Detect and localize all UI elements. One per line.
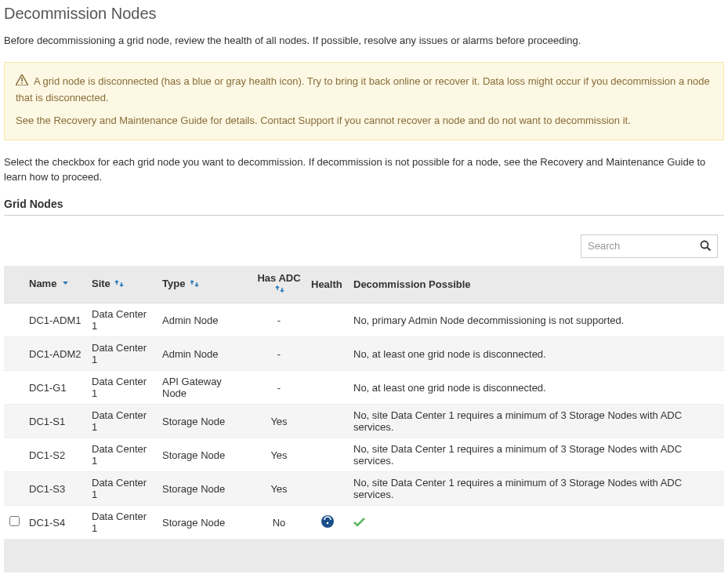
cell-decommission [349,506,724,540]
cell-type: Admin Node [158,303,252,337]
svg-line-3 [708,247,711,250]
cell-name: DC1-ADM2 [24,337,87,371]
instruction-text: Select the checkbox for each grid node y… [4,154,724,185]
cell-name: DC1-S4 [24,506,87,540]
column-name[interactable]: Name [24,266,87,303]
cell-type: Storage Node [158,405,252,438]
cell-decommission: No, at least one grid node is disconnect… [349,337,724,371]
warning-box: A grid node is disconnected (has a blue … [4,62,724,140]
checkbox-cell [4,472,24,506]
table-row: DC1-ADM1Data Center 1Admin Node-No, prim… [4,303,724,337]
cell-health [306,371,349,405]
sort-desc-icon [61,278,70,290]
cell-site: Data Center 1 [87,371,158,405]
table-row: DC1-S1Data Center 1Storage NodeYesNo, si… [4,405,724,438]
search-input[interactable] [581,234,718,258]
cell-site: Data Center 1 [87,405,158,438]
cell-site: Data Center 1 [87,506,158,540]
column-site[interactable]: Site [87,266,158,303]
divider [4,215,724,216]
cell-name: DC1-G1 [24,371,87,405]
column-has-adc[interactable]: Has ADC [252,266,306,303]
cell-type: API Gateway Node [158,371,252,405]
cell-name: DC1-S2 [24,438,87,472]
cell-has-adc: Yes [252,405,306,438]
svg-rect-1 [21,82,23,84]
row-checkbox[interactable] [9,516,20,526]
cell-decommission: No, site Data Center 1 requires a minimu… [349,472,724,506]
cell-decommission: No, site Data Center 1 requires a minimu… [349,438,724,472]
cell-has-adc: No [252,506,306,540]
page-title: Decommission Nodes [4,5,724,23]
column-type[interactable]: Type [158,266,252,303]
cell-name: DC1-S1 [24,405,87,438]
checkbox-cell [4,303,24,337]
sort-icon [275,284,285,296]
search-icon[interactable] [700,240,712,254]
column-health: Health [306,266,349,303]
cell-type: Storage Node [158,438,252,472]
warning-icon [16,74,28,90]
cell-name: DC1-S3 [24,472,87,506]
cell-site: Data Center 1 [87,337,158,371]
cell-health [306,337,349,371]
table-row: DC1-S2Data Center 1Storage NodeYesNo, si… [4,438,724,472]
svg-point-5 [327,521,329,524]
table-row: DC1-S3Data Center 1Storage NodeYesNo, si… [4,472,724,506]
cell-health [306,405,349,438]
warning-text-2: See the Recovery and Maintenance Guide f… [16,113,712,129]
column-decommission: Decommission Possible [349,266,724,303]
warning-text-1: A grid node is disconnected (has a blue … [16,75,710,103]
grid-nodes-title: Grid Nodes [4,198,724,210]
cell-has-adc: - [252,371,306,405]
cell-site: Data Center 1 [87,472,158,506]
checkmark-icon [353,516,365,529]
sort-icon [114,278,125,291]
column-checkbox [4,266,24,303]
disconnected-icon [321,519,335,531]
checkbox-cell [4,438,24,472]
cell-health [306,506,349,540]
cell-type: Storage Node [158,506,252,540]
checkbox-cell [4,405,24,438]
table-footer-space [4,540,724,572]
cell-has-adc: - [252,337,306,371]
cell-type: Storage Node [158,472,252,506]
cell-has-adc: - [252,303,306,337]
checkbox-cell [4,506,24,540]
checkbox-cell [4,337,24,371]
cell-health [306,472,349,506]
cell-decommission: No, site Data Center 1 requires a minimu… [349,405,724,438]
cell-has-adc: Yes [252,438,306,472]
cell-site: Data Center 1 [87,303,158,337]
cell-health [306,303,349,337]
table-row: DC1-G1Data Center 1API Gateway Node-No, … [4,371,724,405]
svg-rect-0 [21,78,23,82]
cell-decommission: No, primary Admin Node decommissioning i… [349,303,724,337]
sort-icon [190,278,200,291]
cell-type: Admin Node [158,337,252,371]
table-row: DC1-S4Data Center 1Storage NodeNo [4,506,724,540]
cell-name: DC1-ADM1 [24,303,87,337]
cell-has-adc: Yes [252,472,306,506]
intro-text: Before decommissioning a grid node, revi… [4,34,724,48]
cell-health [306,438,349,472]
checkbox-cell [4,371,24,405]
cell-site: Data Center 1 [87,438,158,472]
grid-nodes-table: Name Site Type Has ADC [4,266,724,540]
cell-decommission: No, at least one grid node is disconnect… [349,371,724,405]
svg-point-2 [701,241,708,248]
table-row: DC1-ADM2Data Center 1Admin Node-No, at l… [4,337,724,371]
